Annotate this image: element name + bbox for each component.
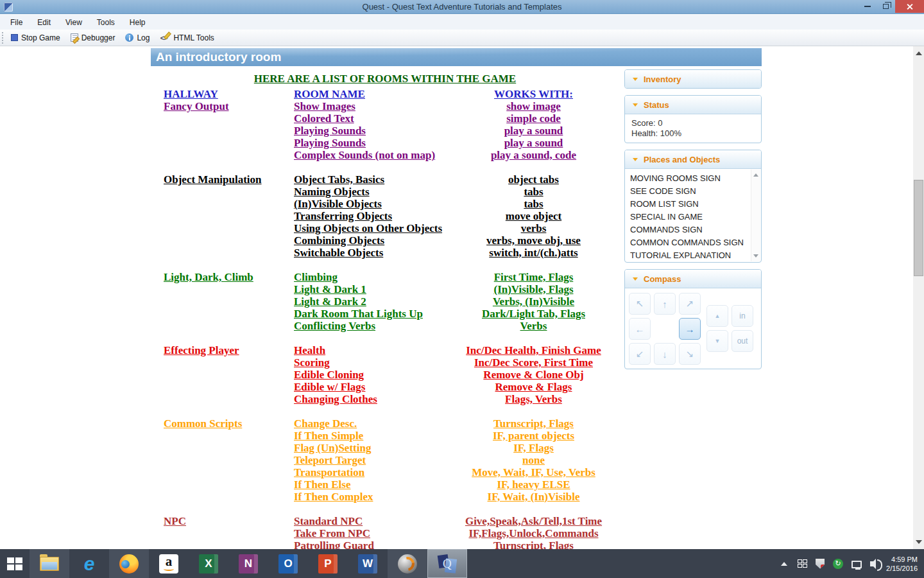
- show-hidden-icons-icon[interactable]: [781, 562, 787, 566]
- game-link[interactable]: Dark/Light Tab, Flags: [448, 308, 619, 320]
- game-link[interactable]: Health: [294, 344, 448, 356]
- taskbar-onenote[interactable]: N: [228, 549, 268, 578]
- compass-nw-button[interactable]: ↖: [629, 293, 651, 315]
- menu-file[interactable]: File: [4, 16, 29, 29]
- places-list-item[interactable]: MOVING ROOMS SIGN: [630, 172, 746, 185]
- vertical-scrollbar[interactable]: [913, 46, 924, 549]
- game-link[interactable]: switch, int/(ch.)atts: [448, 247, 619, 259]
- game-link[interactable]: Using Objects on Other Objects: [294, 222, 448, 234]
- game-link[interactable]: Playing Sounds: [294, 125, 448, 137]
- game-link[interactable]: Edible Cloning: [294, 369, 448, 381]
- game-link[interactable]: Verbs, (In)Visible: [448, 295, 619, 308]
- compass-n-button[interactable]: ↑: [654, 293, 676, 315]
- game-link[interactable]: Standard NPC: [294, 515, 448, 527]
- scrollbar-thumb[interactable]: [914, 180, 923, 276]
- game-link[interactable]: Changing Clothes: [294, 393, 448, 405]
- game-link[interactable]: Remove & Clone Obj: [448, 369, 619, 381]
- taskbar-internet-explorer[interactable]: e: [69, 549, 109, 578]
- game-link[interactable]: HALLWAY: [164, 88, 294, 100]
- game-link[interactable]: tabs: [448, 198, 619, 210]
- game-link[interactable]: show image: [448, 100, 619, 112]
- game-link[interactable]: Object Manipulation: [164, 173, 294, 186]
- restore-button[interactable]: [877, 0, 895, 13]
- game-link[interactable]: Inc/Dec Health, Finish Game: [448, 344, 619, 356]
- game-link[interactable]: Colored Text: [294, 112, 448, 125]
- taskbar-word[interactable]: W: [348, 549, 388, 578]
- html-tools-button[interactable]: HTML Tools: [156, 31, 218, 44]
- game-link[interactable]: none: [448, 454, 619, 466]
- game-link[interactable]: Conflicting Verbs: [294, 320, 448, 332]
- compass-down-button[interactable]: ▼: [706, 330, 728, 352]
- game-link[interactable]: WORKS WITH:: [448, 88, 619, 100]
- game-link[interactable]: tabs: [448, 186, 619, 198]
- game-link[interactable]: First Time, Flags: [448, 271, 619, 283]
- taskbar-outlook[interactable]: O: [268, 549, 308, 578]
- game-link[interactable]: Light, Dark, Climb: [164, 271, 294, 283]
- game-link[interactable]: If Then Else: [294, 478, 448, 491]
- game-link[interactable]: Scoring: [294, 356, 448, 369]
- game-link[interactable]: object tabs: [448, 173, 619, 186]
- places-list-item[interactable]: TUTORIAL EXPLANATION SIGN: [630, 249, 746, 263]
- game-link[interactable]: Turnscript, Flags: [448, 417, 619, 430]
- game-link[interactable]: Fancy Output: [164, 100, 294, 112]
- volume-icon[interactable]: [870, 561, 875, 566]
- game-link[interactable]: Give,Speak,Ask/Tell,1st Time: [448, 515, 619, 527]
- taskbar-file-explorer[interactable]: [30, 549, 69, 578]
- taskbar-swirl-app[interactable]: [388, 549, 427, 578]
- compass-header[interactable]: Compass: [625, 270, 761, 288]
- taskbar-firefox[interactable]: [109, 549, 149, 578]
- game-link[interactable]: Move, Wait, IF, Use, Verbs: [448, 466, 619, 478]
- game-link[interactable]: Teleport Target: [294, 454, 448, 466]
- game-link[interactable]: Playing Sounds: [294, 137, 448, 149]
- menu-view[interactable]: View: [59, 16, 89, 29]
- game-link[interactable]: Light & Dark 1: [294, 283, 448, 295]
- game-link[interactable]: ROOM NAME: [294, 88, 448, 100]
- game-link[interactable]: Combining Objects: [294, 234, 448, 247]
- game-link[interactable]: IF, Flags: [448, 442, 619, 454]
- game-link[interactable]: Flags, Verbs: [448, 393, 619, 405]
- game-link[interactable]: simple code: [448, 112, 619, 125]
- status-header[interactable]: Status: [625, 96, 761, 114]
- game-link[interactable]: (In)Visible, Flags: [448, 283, 619, 295]
- game-link[interactable]: play a sound, code: [448, 149, 619, 161]
- compass-s-button[interactable]: ↓: [654, 343, 676, 365]
- compass-w-button[interactable]: ←: [629, 318, 651, 340]
- game-link[interactable]: Common Scripts: [164, 417, 294, 430]
- taskbar-excel[interactable]: X: [189, 549, 228, 578]
- game-link[interactable]: Object Tabs, Basics: [294, 173, 448, 186]
- game-link[interactable]: Flag (Un)Setting: [294, 442, 448, 454]
- game-link[interactable]: If Then Complex: [294, 491, 448, 503]
- stop-game-button[interactable]: Stop Game: [7, 31, 64, 44]
- taskbar-powerpoint[interactable]: P: [308, 549, 348, 578]
- game-link[interactable]: Dark Room That Lights Up: [294, 308, 448, 320]
- compass-out-button[interactable]: out: [732, 330, 753, 352]
- network-icon[interactable]: [851, 561, 862, 568]
- game-link[interactable]: Inc/Dec Score, First Time: [448, 356, 619, 369]
- game-link[interactable]: Transportation: [294, 466, 448, 478]
- scroll-down-icon[interactable]: [753, 254, 758, 258]
- taskbar-quest[interactable]: Q: [427, 549, 467, 578]
- places-list-item[interactable]: ROOM LIST SIGN: [630, 198, 746, 211]
- compass-ne-button[interactable]: ↗: [679, 293, 701, 315]
- menu-tools[interactable]: Tools: [90, 16, 121, 29]
- scroll-up-icon[interactable]: [916, 51, 922, 55]
- game-link[interactable]: IF, heavy ELSE: [448, 478, 619, 491]
- debugger-button[interactable]: Debugger: [67, 31, 119, 44]
- game-link[interactable]: Effecting Player: [164, 344, 294, 356]
- places-list-item[interactable]: SEE CODE SIGN: [630, 185, 746, 198]
- game-link[interactable]: play a sound: [448, 125, 619, 137]
- compass-in-button[interactable]: in: [732, 305, 753, 327]
- compass-sw-button[interactable]: ↙: [629, 343, 651, 365]
- places-list-item[interactable]: COMMON COMMANDS SIGN: [630, 236, 746, 249]
- start-button[interactable]: [0, 549, 30, 578]
- places-objects-header[interactable]: Places and Objects: [625, 150, 761, 168]
- game-link[interactable]: IF, Wait, (In)Visible: [448, 491, 619, 503]
- compass-se-button[interactable]: ↘: [679, 343, 701, 365]
- scroll-up-icon[interactable]: [753, 173, 758, 177]
- game-link[interactable]: Change Desc.: [294, 417, 448, 430]
- log-button[interactable]: Log: [121, 31, 153, 44]
- places-list-item[interactable]: SPECIAL IN GAME COMMANDS SIGN: [630, 211, 746, 236]
- scroll-down-icon[interactable]: [916, 540, 922, 544]
- game-link[interactable]: Edible w/ Flags: [294, 381, 448, 393]
- clock[interactable]: 4:59 PM 2/15/2016: [886, 555, 918, 573]
